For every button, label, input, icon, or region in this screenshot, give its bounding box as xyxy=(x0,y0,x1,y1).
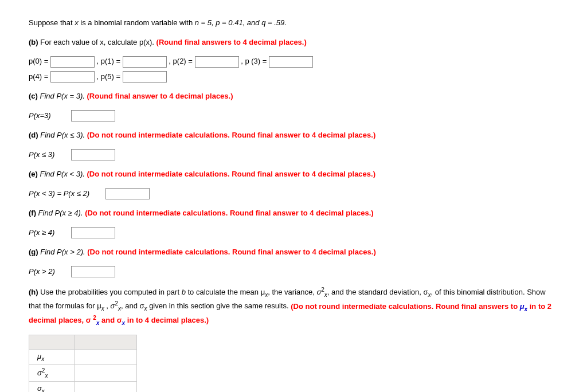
part-e-answer-label: P(x < 3) = P(x ≤ 2) xyxy=(29,188,103,199)
part-g-prompt: (g) Find P(x > 2). (Do not round interme… xyxy=(29,246,558,258)
p5-input[interactable] xyxy=(123,71,167,83)
part-f-label: (f) xyxy=(29,209,36,217)
part-b-prompt: (b) For each value of x, calculate p(x).… xyxy=(29,37,558,48)
p1-input[interactable] xyxy=(123,56,167,68)
mu-x-label: μx xyxy=(29,350,75,365)
part-e-prompt: (e) Find P(x < 3). (Do not round interme… xyxy=(29,168,558,180)
part-e-answer-row: P(x < 3) = P(x ≤ 2) xyxy=(29,188,558,200)
part-b-hint: (Round final answers to 4 decimal places… xyxy=(156,38,307,46)
h-h3: and σ xyxy=(99,316,122,324)
h-t6: , xyxy=(104,302,111,311)
part-d-prompt: (d) Find P(x ≤ 3). (Do not round interme… xyxy=(29,130,558,141)
intro-prefix: Suppose that xyxy=(29,18,75,27)
part-b-label: (b) xyxy=(29,38,38,46)
part-g-label: (g) xyxy=(29,248,38,256)
h-t7: , and σ xyxy=(121,302,144,311)
p2-label: , p(2) = xyxy=(169,57,194,65)
part-b-row2: p(4) = , p(5) = xyxy=(29,71,558,83)
part-d-label: (d) xyxy=(29,131,38,139)
table-header-blank1 xyxy=(29,335,75,350)
part-c-label: (c) xyxy=(29,92,38,100)
part-f-answer-row: P(x ≥ 4) xyxy=(29,227,558,239)
part-e-label: (e) xyxy=(29,170,38,178)
part-c-text: Find P(x = 3). xyxy=(38,92,87,100)
part-h-label: (h) xyxy=(29,288,38,297)
p0-input[interactable] xyxy=(50,56,95,68)
part-d-input[interactable] xyxy=(71,149,115,160)
part-f-answer-label: P(x ≥ 4) xyxy=(29,227,69,238)
part-c-hint: (Round final answer to 4 decimal places.… xyxy=(87,92,233,100)
h-h4: in to 4 decimal places.) xyxy=(125,316,209,324)
h-partref: b xyxy=(182,288,186,297)
p1-label: , p(1) = xyxy=(97,57,123,65)
part-c-answer-row: P(x=3) xyxy=(29,110,558,122)
p2-input[interactable] xyxy=(195,56,239,68)
intro-text: Suppose that x is a binomial random vari… xyxy=(29,17,558,29)
h-t2: to calculate the mean μ xyxy=(186,288,265,297)
sigma2-x-label: σ2x xyxy=(29,364,75,381)
part-d-answer-label: P(x ≤ 3) xyxy=(29,149,69,160)
p4-input[interactable] xyxy=(50,71,95,83)
sigma-x-input-cell[interactable] xyxy=(75,381,137,392)
part-b-row1: p(0) = , p(1) = , p(2) = , p (3) = xyxy=(29,56,558,68)
part-f-input[interactable] xyxy=(71,227,115,238)
intro-mid: is a binomial random variable with xyxy=(79,18,195,27)
part-c-input[interactable] xyxy=(71,110,115,121)
table-row: σx xyxy=(29,381,137,392)
table-header-blank2 xyxy=(75,335,137,350)
h-t4: , and the standard deviation, σ xyxy=(327,288,428,297)
part-g-hint: (Do not round intermediate calculations.… xyxy=(87,248,375,256)
p5-label: , p(5) = xyxy=(97,72,123,81)
part-g-text: Find P(x > 2). xyxy=(38,248,88,256)
part-b-text: For each value of x, calculate p(x). xyxy=(38,38,156,46)
part-g-input[interactable] xyxy=(71,266,115,277)
p0-label: p(0) = xyxy=(29,57,50,65)
part-g-answer-label: P(x > 2) xyxy=(29,266,69,277)
part-g-answer-row: P(x > 2) xyxy=(29,266,558,278)
h-t8: given in this section give the same resu… xyxy=(147,302,291,311)
part-f-text: Find P(x ≥ 4). xyxy=(36,209,85,217)
p3-label: , p (3) = xyxy=(241,57,269,65)
part-d-hint: (Do not round intermediate calculations.… xyxy=(87,131,375,139)
table-row: μx xyxy=(29,350,137,365)
p3-input[interactable] xyxy=(269,56,313,68)
sigma2-x-input-cell[interactable] xyxy=(75,364,137,381)
part-f-prompt: (f) Find P(x ≥ 4). (Do not round interme… xyxy=(29,207,558,219)
h-t3: , the variance, xyxy=(268,288,316,297)
mu-x-input-cell[interactable] xyxy=(75,350,137,365)
part-f-hint: (Do not round intermediate calculations.… xyxy=(85,209,373,217)
part-e-hint: (Do not round intermediate calculations.… xyxy=(87,170,375,178)
table-row: σ2x xyxy=(29,364,137,381)
part-e-text: Find P(x < 3). xyxy=(38,170,87,178)
sigma-x-label: σx xyxy=(29,381,75,392)
h-t1: Use the probabilities you computed in pa… xyxy=(38,288,182,297)
p4-label: p(4) = xyxy=(29,72,50,81)
h-h1: (Do not round intermediate calculations.… xyxy=(291,302,519,311)
intro-params: n = 5, p = 0.41, and q = .59. xyxy=(195,18,287,27)
moments-table: μx σ2x σx xyxy=(29,335,137,392)
part-c-prompt: (c) Find P(x = 3). (Round final answer t… xyxy=(29,91,558,102)
part-h-prompt: (h) Use the probabilities you computed i… xyxy=(29,285,558,327)
part-d-text: Find P(x ≤ 3). xyxy=(38,131,87,139)
part-c-answer-label: P(x=3) xyxy=(29,110,69,121)
part-d-answer-row: P(x ≤ 3) xyxy=(29,149,558,161)
part-e-input[interactable] xyxy=(105,188,150,199)
h-hmu: μ xyxy=(520,302,525,311)
